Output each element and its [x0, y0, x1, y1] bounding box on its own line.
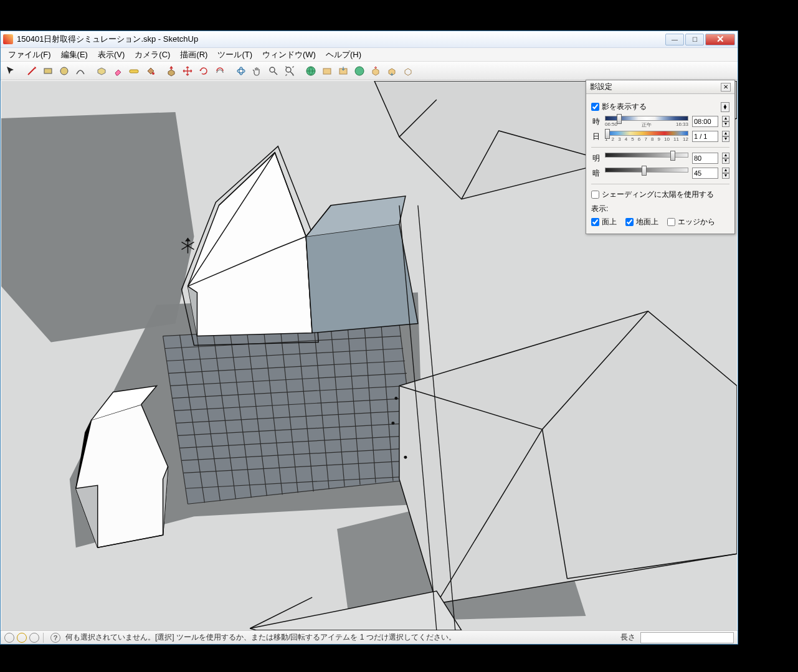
status-icon-1[interactable]: [4, 633, 14, 643]
status-bar: ? 何も選択されていません。[選択] ツールを使用するか、または移動/回転するア…: [1, 630, 738, 644]
dark-label: 暗: [591, 168, 601, 179]
menu-edit[interactable]: 編集(E): [56, 48, 93, 62]
menu-bar: ファイル(F) 編集(E) 表示(V) カメラ(C) 描画(R) ツール(T) …: [1, 48, 738, 62]
make-component-tool[interactable]: [94, 64, 109, 78]
rectangle-tool[interactable]: [40, 64, 55, 78]
line-tool[interactable]: [24, 64, 39, 78]
move-tool[interactable]: [180, 64, 195, 78]
time-value[interactable]: 08:00: [692, 116, 718, 127]
menu-file[interactable]: ファイル(F): [3, 48, 56, 62]
app-icon: [3, 34, 13, 44]
on-ground-checkbox[interactable]: [625, 218, 634, 226]
svg-point-7: [286, 67, 291, 72]
svg-point-5: [239, 67, 243, 75]
panel-title-bar[interactable]: 影設定 ✕: [586, 80, 734, 94]
svg-rect-9: [323, 69, 331, 74]
status-message: 何も選択されていません。[選択] ツールを使用するか、または移動/回転するアイテ…: [65, 632, 618, 643]
maximize-button[interactable]: ☐: [685, 34, 704, 45]
light-value[interactable]: 80: [692, 153, 718, 164]
svg-point-1: [60, 67, 68, 75]
date-label: 日: [591, 131, 601, 142]
use-sun-label: シェーディングに太陽を使用する: [602, 189, 714, 200]
dark-value[interactable]: 45: [692, 168, 718, 179]
window-title: 150401日射取得シミュレーション.skp - SketchUp: [17, 34, 664, 45]
minimize-button[interactable]: —: [665, 34, 684, 45]
svg-point-11: [355, 67, 364, 75]
panel-expand-button[interactable]: ▲▼: [721, 102, 729, 112]
svg-point-13: [394, 397, 397, 400]
svg-point-14: [404, 456, 407, 459]
date-slider[interactable]: 123456789101112: [605, 131, 688, 142]
eraser-tool[interactable]: [110, 64, 125, 78]
light-slider[interactable]: [605, 153, 688, 164]
svg-point-6: [270, 67, 275, 72]
svg-point-3: [152, 72, 154, 75]
get-location-tool[interactable]: [303, 64, 318, 78]
panel-title: 影設定: [590, 82, 721, 92]
display-label: 表示:: [591, 204, 729, 214]
orbit-tool[interactable]: [234, 64, 249, 78]
share-model-tool[interactable]: [401, 64, 416, 78]
menu-window[interactable]: ウィンドウ(W): [257, 48, 321, 62]
help-icon[interactable]: ?: [50, 633, 60, 643]
menu-view[interactable]: 表示(V): [93, 48, 130, 62]
use-sun-checkbox[interactable]: [591, 191, 599, 199]
get-models-tool[interactable]: [384, 64, 399, 78]
time-label: 時: [591, 116, 601, 127]
menu-draw[interactable]: 描画(R): [175, 48, 212, 62]
date-value[interactable]: 1 / 1: [692, 131, 718, 142]
length-label: 長さ: [620, 632, 635, 643]
status-icon-2[interactable]: [17, 633, 27, 643]
svg-point-4: [237, 69, 245, 73]
pan-tool[interactable]: [250, 64, 265, 78]
svg-rect-0: [44, 69, 52, 73]
offset-tool[interactable]: [212, 64, 227, 78]
dark-spinner[interactable]: ▲▼: [722, 168, 729, 179]
on-faces-checkbox[interactable]: [591, 218, 599, 226]
menu-camera[interactable]: カメラ(C): [130, 48, 175, 62]
tape-measure-tool[interactable]: [126, 64, 141, 78]
time-slider[interactable]: 06:50正午16:33: [605, 116, 688, 127]
place-model-tool[interactable]: [336, 64, 351, 78]
dark-slider[interactable]: [605, 168, 688, 179]
toolbar: [1, 62, 738, 80]
push-pull-tool[interactable]: [164, 64, 179, 78]
close-button[interactable]: ✕: [705, 34, 735, 45]
circle-tool[interactable]: [57, 64, 72, 78]
zoom-tool[interactable]: [266, 64, 281, 78]
status-icon-3[interactable]: [29, 633, 39, 643]
svg-point-15: [391, 422, 394, 425]
from-edges-checkbox[interactable]: [667, 218, 675, 226]
date-spinner[interactable]: ▲▼: [722, 131, 729, 142]
show-shadows-label: 影を表示する: [602, 102, 647, 112]
panel-close-button[interactable]: ✕: [721, 83, 731, 92]
menu-help[interactable]: ヘルプ(H): [321, 48, 366, 62]
show-shadows-checkbox[interactable]: [591, 103, 599, 111]
arc-tool[interactable]: [73, 64, 88, 78]
menu-tools[interactable]: ツール(T): [212, 48, 257, 62]
preview-earth-tool[interactable]: [352, 64, 367, 78]
light-label: 明: [591, 153, 601, 164]
shadow-settings-panel: 影設定 ✕ 影を表示する ▲▼ 時 06:50正午16:33 08:00 ▲▼ …: [586, 80, 735, 234]
svg-rect-2: [130, 70, 138, 73]
zoom-extents-tool[interactable]: [282, 64, 297, 78]
rotate-tool[interactable]: [196, 64, 211, 78]
paint-bucket-tool[interactable]: [143, 64, 158, 78]
select-tool[interactable]: [3, 64, 18, 78]
time-spinner[interactable]: ▲▼: [722, 116, 729, 127]
title-bar: 150401日射取得シミュレーション.skp - SketchUp — ☐ ✕: [1, 31, 738, 48]
photo-textures-tool[interactable]: [368, 64, 383, 78]
toggle-terrain-tool[interactable]: [320, 64, 335, 78]
length-input[interactable]: [640, 632, 734, 643]
light-spinner[interactable]: ▲▼: [722, 153, 729, 164]
